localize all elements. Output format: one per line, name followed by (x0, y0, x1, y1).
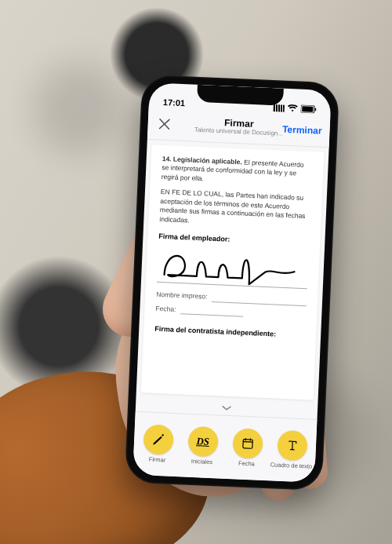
calendar-icon (240, 436, 255, 451)
background-scene: 17:01 Firmar Talento (0, 0, 392, 544)
textbox-button[interactable] (277, 429, 308, 461)
printed-name-line (212, 294, 307, 306)
svg-rect-1 (302, 106, 313, 112)
sign-label: Firmar (149, 456, 166, 462)
printed-name-field[interactable]: Nombre impreso: (156, 290, 307, 306)
textbox-label: Cuadro de texto (270, 462, 313, 469)
chevron-down-icon (221, 404, 232, 413)
signing-toolbar: Firmar DS Iniciales Fecha (132, 411, 317, 483)
date-field[interactable]: Fecha: (155, 305, 306, 320)
employer-signature-field[interactable] (157, 244, 309, 289)
nav-header: Firmar Talento universal de Docusign... … (147, 108, 331, 148)
clause-paragraph: 14. Legislación aplicable. El presente A… (162, 155, 313, 188)
initials-label: Iniciales (191, 458, 212, 466)
date-button[interactable] (232, 428, 263, 459)
date-label: Fecha: (155, 305, 176, 315)
sign-button[interactable] (143, 424, 174, 455)
contractor-signature-label: Firma del contratista independiente: (154, 324, 305, 341)
status-indicators (274, 104, 317, 113)
tool-textbox[interactable]: Cuadro de texto (269, 429, 315, 469)
svg-rect-3 (242, 439, 252, 448)
initials-button[interactable]: DS (187, 426, 219, 458)
close-button[interactable] (155, 115, 173, 133)
tool-sign[interactable]: Firmar (135, 424, 181, 464)
initials-icon: DS (196, 435, 209, 448)
svg-rect-2 (315, 108, 317, 111)
status-time: 17:01 (163, 97, 186, 108)
pen-icon (151, 432, 165, 447)
tool-date[interactable]: Fecha (224, 428, 270, 468)
date-line (180, 306, 243, 317)
date-tool-label: Fecha (238, 460, 255, 466)
phone-frame: 17:01 Firmar Talento (125, 75, 339, 491)
text-icon (285, 438, 299, 453)
battery-icon (301, 105, 317, 114)
phone-screen: 17:01 Firmar Talento (132, 82, 332, 483)
svg-line-4 (243, 441, 252, 442)
close-icon (158, 119, 170, 130)
finish-button[interactable]: Terminar (282, 124, 322, 137)
witness-paragraph: EN FE DE LO CUAL, las Partes han indicad… (159, 188, 311, 230)
cellular-signal-icon (274, 104, 285, 112)
document-body[interactable]: 14. Legislación aplicable. El presente A… (141, 144, 325, 400)
signature-glyph (157, 246, 303, 288)
wifi-icon (288, 104, 298, 113)
printed-name-label: Nombre impreso: (156, 290, 208, 301)
tool-initials[interactable]: DS Iniciales (180, 425, 226, 466)
